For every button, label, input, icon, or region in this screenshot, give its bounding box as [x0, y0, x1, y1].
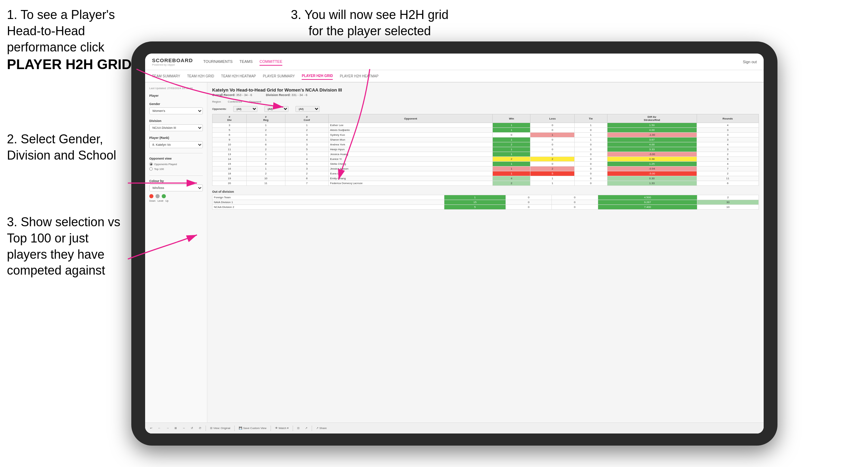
table-row: 1613Jessica Mason120-0.947 — [213, 166, 759, 171]
toolbar-save[interactable]: 💾 Save Custom View — [237, 426, 268, 430]
toolbar-forward[interactable]: → — [165, 426, 170, 430]
table-cell: 1 — [493, 128, 530, 133]
conference-filter-select[interactable]: (All) — [264, 106, 289, 112]
subnav-team-h2h[interactable]: TEAM H2H GRID — [187, 73, 214, 79]
tablet-screen: SCOREBOARD Powered by clippd TOURNAMENTS… — [145, 54, 764, 433]
radio-top100[interactable]: Top 100 — [149, 167, 203, 171]
toolbar-sep1 — [206, 426, 206, 431]
toolbar-watch[interactable]: 👁 Watch ▾ — [274, 426, 290, 430]
table-cell: 0 — [530, 142, 575, 147]
table-cell: 1.25 — [607, 162, 697, 166]
table-cell: 5 — [285, 162, 329, 166]
filter-opponent-group: Opponent — [249, 100, 261, 103]
table-cell: 0.30 — [607, 176, 697, 181]
table-cell: 5 — [285, 147, 329, 152]
toolbar-layout[interactable]: ⊡ — [296, 426, 301, 430]
player-rank-section: Player (Rank) 8. Katelyn Vo — [149, 136, 203, 148]
subnav-player-heatmap[interactable]: PLAYER H2H HEATMAP — [340, 73, 378, 79]
nav-teams[interactable]: TEAMS — [239, 58, 253, 66]
table-cell: 2 — [530, 166, 575, 171]
table-row: 1585Stella Cheng1001.254 — [213, 162, 759, 166]
table-cell: 0 — [493, 133, 530, 137]
gender-select[interactable]: Women's — [149, 107, 203, 114]
logo-area: SCOREBOARD Powered by clippd — [152, 57, 193, 66]
col-tie: Tie — [575, 114, 607, 123]
table-cell: 2 — [285, 171, 329, 176]
table-row: 1063Andrea York2004.004 — [213, 142, 759, 147]
player-rank-select[interactable]: 8. Katelyn Vo — [149, 141, 203, 148]
table-cell: 7 — [247, 157, 285, 162]
out-div-cell: Foreign Team — [213, 195, 444, 200]
subnav-player-summary[interactable]: PLAYER SUMMARY — [263, 73, 295, 79]
logo-title: SCOREBOARD — [152, 57, 193, 63]
subnav-team-heatmap[interactable]: TEAM H2H HEATMAP — [221, 73, 256, 79]
table-cell: 3 — [697, 128, 758, 133]
table-cell: 0 — [530, 152, 575, 157]
opponent-view-label: Opponent view — [149, 157, 203, 160]
toolbar-share[interactable]: ↗ Share — [315, 426, 328, 430]
toolbar-expand[interactable]: ↔ — [181, 426, 187, 430]
sign-out-link[interactable]: Sign out — [743, 60, 757, 64]
division-select[interactable]: NCAA Division III — [149, 124, 203, 131]
radio-circle-top100 — [149, 167, 153, 171]
table-row: 1311Jessica Huang100-3.002 — [213, 152, 759, 157]
subnav-player-h2h[interactable]: PLAYER H2H GRID — [302, 73, 333, 80]
filter-region-label: Region — [212, 100, 221, 103]
table-cell: -5.00 — [607, 171, 697, 176]
toolbar-view-original[interactable]: ⊟ View: Original — [209, 426, 232, 430]
up-dot — [162, 194, 166, 198]
colour-legend: Down Level Up — [149, 200, 203, 202]
division-section: Division NCAA Division III — [149, 119, 203, 131]
table-cell: 7 — [285, 181, 329, 186]
table-cell: 9 — [213, 137, 247, 142]
gender-label: Gender — [149, 102, 203, 106]
table-cell: 1 — [493, 166, 530, 171]
subnav-team-summary[interactable]: TEAM SUMMARY — [152, 73, 180, 79]
toolbar-timer[interactable]: ⏱ — [197, 426, 203, 430]
table-cell: 3 — [285, 133, 329, 137]
instruction-text-bottom: 3. Show selection vs Top 100 or just pla… — [7, 215, 120, 277]
table-cell: 8 — [247, 162, 285, 166]
overall-record: Overall Record: 353 - 34 - 6 — [212, 93, 252, 97]
table-cell: 1 — [247, 166, 285, 171]
toolbar-share-icon[interactable]: ↗ — [304, 426, 309, 430]
sub-nav: TEAM SUMMARY TEAM H2H GRID TEAM H2H HEAT… — [145, 70, 764, 83]
nav-committee[interactable]: COMMITTEE — [260, 58, 282, 66]
table-row: 914Sharon Mun1013.673 — [213, 137, 759, 142]
colour-select[interactable]: Win/loss — [149, 184, 203, 191]
table-cell: 1 — [285, 123, 329, 128]
table-row: 1125Heejo Hyun1003.333 — [213, 147, 759, 152]
table-cell: 2 — [493, 157, 530, 162]
timestamp: Last Updated: 27/03/2024 16:55:38 — [149, 87, 203, 90]
gender-section: Gender Women's — [149, 102, 203, 114]
toolbar-undo[interactable]: ↩ — [149, 426, 154, 430]
bottom-toolbar: ↩ ← → ⊞ ↔ ↺ ⏱ ⊟ View: Original 💾 Save Cu… — [145, 422, 764, 433]
table-cell: 0 — [530, 162, 575, 166]
table-cell: 6 — [247, 142, 285, 147]
out-of-div-table: Foreign Team1004.5002NAIA Division 11500… — [212, 195, 759, 210]
table-cell: 10 — [213, 142, 247, 147]
table-cell: 0 — [575, 181, 607, 186]
toolbar-refresh[interactable]: ↺ — [189, 426, 195, 430]
table-cell: 13 — [213, 152, 247, 157]
table-cell: 2 — [247, 147, 285, 152]
opponents-filter-select[interactable]: (All) — [233, 106, 257, 112]
table-cell: 6 — [697, 181, 758, 186]
toolbar-grid[interactable]: ⊞ — [173, 426, 178, 430]
table-cell: -0.94 — [607, 166, 697, 171]
table-row: 311Esther Lee1011.504 — [213, 123, 759, 128]
opp2-filter-select[interactable]: (All) — [295, 106, 320, 112]
table-cell: Jessica Mason — [329, 166, 493, 171]
table-cell: 4 — [285, 137, 329, 142]
radio-opponents-played[interactable]: Opponents Played — [149, 162, 203, 166]
toolbar-back[interactable]: ← — [157, 426, 162, 430]
table-cell: 1 — [530, 181, 575, 186]
table-cell: 1 — [247, 152, 285, 157]
table-cell: Eunice Yi — [329, 157, 493, 162]
table-cell: 2 — [493, 142, 530, 147]
out-div-cell: 0 — [506, 205, 551, 210]
table-cell: 3 — [697, 137, 758, 142]
filter-row: Region Conference Opponent — [212, 100, 759, 103]
nav-tournaments[interactable]: TOURNAMENTS — [203, 58, 233, 66]
sidebar: Last Updated: 27/03/2024 16:55:38 Player… — [145, 83, 207, 433]
